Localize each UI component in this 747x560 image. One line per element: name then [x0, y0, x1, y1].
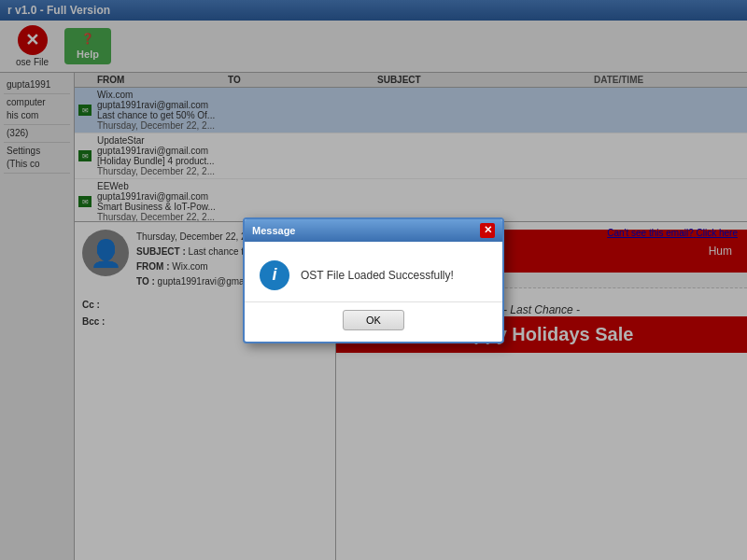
dialog-footer: OK	[245, 301, 502, 342]
dialog-message: OST File Loaded Successfully!	[301, 269, 454, 282]
dialog-box: Message ✕ i OST File Loaded Successfully…	[243, 217, 504, 343]
dialog-titlebar: Message ✕	[245, 219, 502, 242]
dialog-close-button[interactable]: ✕	[480, 223, 495, 238]
dialog-title: Message	[252, 225, 295, 236]
info-icon: i	[260, 260, 289, 290]
dialog-body: i OST File Loaded Successfully!	[245, 242, 502, 301]
ok-button[interactable]: OK	[343, 310, 404, 330]
dialog-overlay: Message ✕ i OST File Loaded Successfully…	[0, 0, 747, 560]
